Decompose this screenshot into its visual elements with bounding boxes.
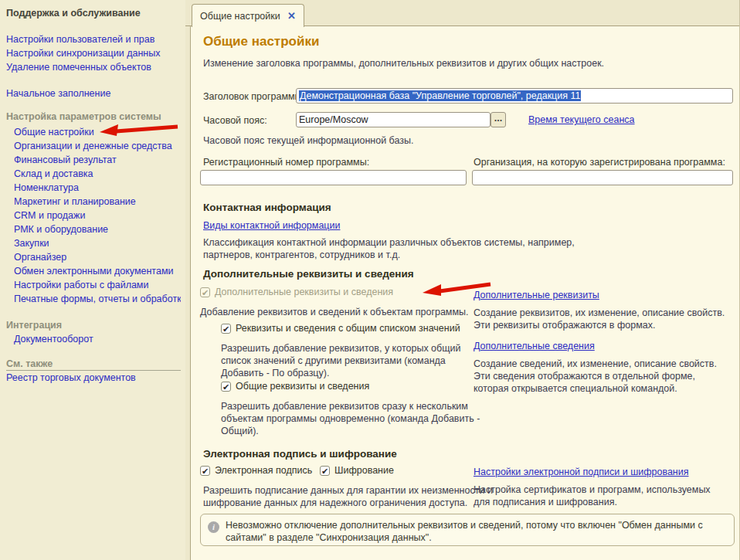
additional-attrs-master-label: Дополнительные реквизиты и сведения	[215, 287, 393, 297]
org-label: Организация, на которую зарегистрирована…	[474, 157, 725, 168]
sidebar-item-initial-filling[interactable]: Начальное заполнение	[6, 87, 181, 100]
additional-attrs-link[interactable]: Дополнительные реквизиты	[474, 290, 599, 300]
signature-settings-link[interactable]: Настройки электронной подписи и шифрован…	[474, 467, 689, 477]
sidebar-item-organizations-money[interactable]: Организации и денежные средства	[6, 139, 181, 153]
common-value-list-hint: Разрешить добавление реквизитов, у котор…	[221, 342, 476, 379]
sidebar-item-marketing-planning[interactable]: Маркетинг и планирование	[6, 195, 181, 209]
sidebar-item-edi-exchange[interactable]: Обмен электронными документами	[6, 264, 181, 278]
reg-number-input[interactable]	[200, 170, 467, 185]
common-value-list-label: Реквизиты и сведения с общим списком зна…	[236, 323, 460, 334]
sidebar-item-crm-sales[interactable]: CRM и продажи	[6, 209, 181, 222]
app-title-label: Заголовок программы:	[203, 91, 304, 103]
sidebar-item-purchases[interactable]: Закупки	[6, 236, 181, 250]
sidebar-item-pos-equipment[interactable]: РМК и оборудование	[6, 222, 181, 236]
close-tab-icon[interactable]: ✕	[287, 11, 296, 21]
contact-info-heading: Контактная информация	[203, 202, 331, 213]
sidebar-item-document-flow[interactable]: Документооборот	[6, 332, 181, 346]
encryption-checkbox[interactable]: ✔ Шифрование	[320, 465, 394, 476]
timezone-input[interactable]: Europe/Moscow	[296, 112, 491, 127]
org-input[interactable]	[472, 170, 733, 185]
digital-signature-label: Электронная подпись	[215, 465, 312, 476]
sidebar-item-organizer[interactable]: Органайзер	[6, 250, 181, 264]
additional-info-link[interactable]: Дополнительные сведения	[474, 341, 595, 351]
sidebar-section-support: Поддержка и обслуживание	[6, 6, 181, 20]
sidebar-section-integration: Интеграция	[6, 318, 181, 332]
sidebar-item-user-rights-settings[interactable]: Настройки пользователей и прав	[6, 32, 181, 46]
common-attrs-label: Общие реквизиты и сведения	[236, 381, 369, 392]
sidebar-item-print-forms-reports[interactable]: Печатные формы, отчеты и обработки	[6, 292, 181, 306]
additional-attrs-heading: Дополнительные реквизиты и сведения	[203, 268, 414, 280]
checkbox-icon[interactable]: ✔	[320, 466, 330, 476]
settings-sidebar: Поддержка и обслуживание Настройки польз…	[0, 0, 185, 560]
sidebar-item-file-settings[interactable]: Настройки работы с файлами	[6, 278, 181, 292]
checkbox-icon[interactable]: ✔	[221, 324, 231, 334]
tab-label: Общие настройки	[200, 11, 280, 22]
app-title-value: Демонстрационная база "Управление торгов…	[299, 90, 581, 101]
sidebar-item-data-sync-settings[interactable]: Настройки синхронизации данных	[6, 46, 181, 60]
timezone-hint: Часовой пояс текущей информационной базы…	[203, 134, 414, 147]
sidebar-section-system-parameters: Настройка параметров системы	[6, 110, 181, 124]
sidebar-item-trade-documents-register[interactable]: Реестр торговых документов	[6, 371, 181, 385]
general-settings-form: Общие настройки Изменение заголовка прог…	[190, 26, 740, 560]
digital-signature-checkbox[interactable]: ✔ Электронная подпись	[200, 465, 312, 476]
checkbox-icon[interactable]: ✔	[221, 382, 231, 392]
encryption-label: Шифрование	[334, 465, 394, 476]
timezone-label: Часовой пояс:	[203, 115, 267, 127]
notice-text: Невозможно отключение дополнительных рек…	[226, 519, 726, 544]
signature-hint: Разрешить подписание данных для гарантии…	[203, 484, 512, 509]
signature-heading: Электронная подпись и шифрование	[203, 448, 397, 460]
red-arrow-sidebar-icon	[99, 124, 181, 137]
application-window: Поддержка и обслуживание Настройки польз…	[0, 0, 740, 560]
sidebar-item-warehouse-delivery[interactable]: Склад и доставка	[6, 167, 181, 181]
additional-info-description: Создание сведений, их изменение, описани…	[474, 358, 732, 395]
page-subtitle: Изменение заголовка программы, дополните…	[203, 57, 736, 70]
tab-bar: Общие настройки ✕	[185, 0, 740, 26]
timezone-browse-button[interactable]: ...	[491, 112, 506, 127]
checkbox-icon: ✔	[200, 287, 210, 297]
page-title: Общие настройки	[203, 34, 319, 49]
signature-settings-description: Настройка сертификатов и программ, испол…	[474, 484, 728, 508]
notice-box: i Невозможно отключение дополнительных р…	[200, 514, 735, 546]
contact-info-kinds-link[interactable]: Виды контактной информации	[203, 220, 340, 231]
tab-general-settings[interactable]: Общие настройки ✕	[192, 4, 304, 27]
additional-attrs-master-checkbox: ✔ Дополнительные реквизиты и сведения	[200, 287, 393, 297]
additional-attrs-master-hint: Добавление реквизитов и сведений к объек…	[200, 306, 470, 318]
reg-number-label: Регистрационный номер программы:	[203, 157, 369, 168]
sidebar-item-financial-result[interactable]: Финансовый результат	[6, 153, 181, 167]
common-value-list-checkbox[interactable]: ✔ Реквизиты и сведения с общим списком з…	[221, 323, 460, 334]
session-time-link[interactable]: Время текущего сеанса	[528, 114, 635, 125]
additional-attrs-description: Создание реквизитов, их изменение, описа…	[474, 307, 728, 331]
common-attrs-checkbox[interactable]: ✔ Общие реквизиты и сведения	[221, 381, 369, 392]
sidebar-section-see-also: См. также	[6, 357, 181, 371]
sidebar-item-delete-marked-objects[interactable]: Удаление помеченных объектов	[6, 60, 181, 74]
checkbox-icon[interactable]: ✔	[200, 466, 210, 476]
sidebar-item-nomenclature[interactable]: Номенклатура	[6, 181, 181, 195]
info-icon: i	[208, 521, 219, 533]
app-title-input[interactable]: Демонстрационная база "Управление торгов…	[296, 88, 733, 104]
common-attrs-hint: Разрешить добавление реквизитов сразу к …	[221, 400, 484, 437]
contact-info-description: Классификация контактной информации разл…	[203, 236, 593, 261]
